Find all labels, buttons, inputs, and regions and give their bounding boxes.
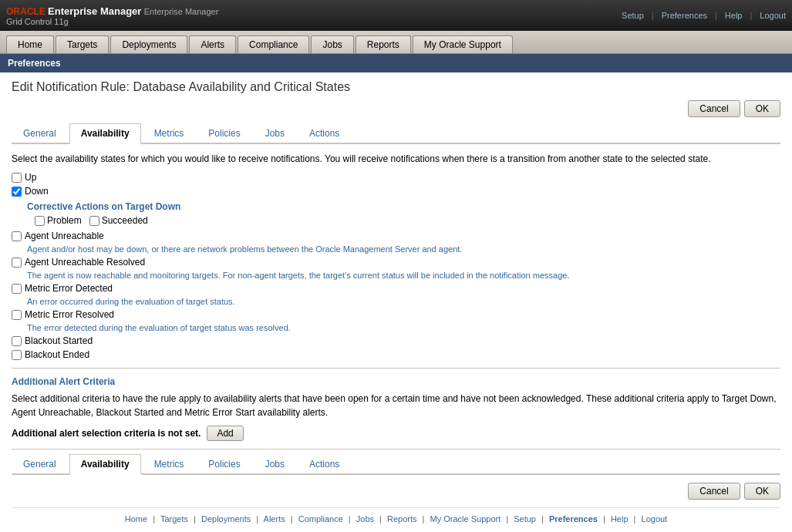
footer-setup-link[interactable]: Setup [514,514,536,524]
blackout-ended-row: Blackout Ended [12,349,780,360]
bottom-cancel-button[interactable]: Cancel [688,483,740,500]
up-row: Up [12,172,780,183]
setup-link[interactable]: Setup [622,11,644,20]
footer-help-link[interactable]: Help [611,514,629,524]
gc-version: Grid Control 11g [6,17,218,26]
tab-general-top[interactable]: General [12,123,68,143]
tab-jobs-bottom[interactable]: Jobs [254,454,296,473]
nav-tab-reports[interactable]: Reports [356,35,411,53]
up-checkbox[interactable] [12,173,22,183]
em-text: Enterprise Manager [48,5,141,17]
tab-jobs-top[interactable]: Jobs [254,123,296,143]
top-cancel-button[interactable]: Cancel [688,100,740,117]
footer-oracle-support-link[interactable]: My Oracle Support [430,514,501,524]
top-btn-row: Cancel OK [12,100,780,117]
footer-compliance-link[interactable]: Compliance [298,514,343,524]
oracle-logo: ORACLE Enterprise Manager Enterprise Man… [6,5,218,17]
agent-unreachable-resolved-row: Agent Unreachable Resolved [12,257,780,268]
blackout-ended-checkbox[interactable] [12,350,22,360]
top-tab-bar: General Availability Metrics Policies Jo… [12,123,780,144]
tab-general-bottom[interactable]: General [12,454,68,473]
preferences-label: Preferences [8,58,61,69]
succeeded-checkbox[interactable] [89,216,99,226]
main-content: Edit Notification Rule: Database Availab… [0,72,792,532]
agent-unreachable-label: Agent Unreachable [25,231,104,241]
add-criteria-button[interactable]: Add [207,426,243,441]
nav-tab-oracle-support[interactable]: My Oracle Support [413,35,513,53]
logout-link[interactable]: Logout [760,11,786,20]
tab-policies-bottom[interactable]: Policies [197,454,251,473]
nav-tab-jobs[interactable]: Jobs [311,35,353,53]
bottom-tab-bar: General Availability Metrics Policies Jo… [12,454,780,475]
down-row: Down [12,186,780,197]
additional-set-row: Additional alert selection criteria is n… [12,426,780,441]
corrective-section: Corrective Actions on Target Down Proble… [27,201,780,226]
em-text-label: Enterprise Manager [144,7,219,16]
preferences-link[interactable]: Preferences [662,11,707,20]
problem-checkbox[interactable] [35,216,45,226]
tab-metrics-bottom[interactable]: Metrics [143,454,196,473]
succeeded-label: Succeeded [89,215,148,226]
top-ok-button[interactable]: OK [744,100,780,117]
additional-criteria-desc: Select additional criteria to have the r… [12,392,780,419]
additional-criteria-title: Additional Alert Criteria [12,376,780,387]
additional-not-set-text: Additional alert selection criteria is n… [12,428,201,439]
footer-targets-link[interactable]: Targets [160,514,188,524]
bottom-ok-button[interactable]: OK [744,483,780,500]
footer-alerts-link[interactable]: Alerts [264,514,285,524]
metric-error-resolved-label: Metric Error Resolved [25,309,114,320]
blackout-started-checkbox[interactable] [12,336,22,346]
metric-error-resolved-info: The error detected during the evaluation… [27,323,780,332]
nav-tab-home[interactable]: Home [6,35,54,53]
corrective-title: Corrective Actions on Target Down [27,201,780,212]
tab-actions-bottom[interactable]: Actions [298,454,351,473]
nav-tab-alerts[interactable]: Alerts [189,35,236,53]
top-header: ORACLE Enterprise Manager Enterprise Man… [0,0,792,31]
tab-availability-bottom[interactable]: Availability [69,454,141,475]
preferences-banner: Preferences [0,54,792,72]
oracle-text: ORACLE [6,6,45,17]
metric-error-detected-row: Metric Error Detected [12,283,780,294]
nav-bar: Home Targets Deployments Alerts Complian… [0,31,792,54]
footer-logout-link[interactable]: Logout [642,514,668,524]
nav-tab-deployments[interactable]: Deployments [110,35,187,53]
footer-links: Home | Targets | Deployments | Alerts | … [12,507,780,527]
agent-unreachable-resolved-label: Agent Unreachable Resolved [25,257,145,268]
blackout-ended-label: Blackout Ended [25,349,89,360]
footer-deployments-link[interactable]: Deployments [201,514,251,524]
agent-unreachable-resolved-checkbox[interactable] [12,258,22,268]
tab-actions-top[interactable]: Actions [298,123,351,143]
metric-error-resolved-row: Metric Error Resolved [12,309,780,320]
metric-error-detected-checkbox[interactable] [12,284,22,294]
footer-copyright: Copyright © 1996, 2010, Oracle and/or it… [12,527,780,532]
help-link[interactable]: Help [725,11,743,20]
footer-reports-link[interactable]: Reports [387,514,417,524]
logo-bar: ORACLE Enterprise Manager Enterprise Man… [6,5,218,26]
page-title: Edit Notification Rule: Database Availab… [12,80,780,94]
tab-metrics-top[interactable]: Metrics [143,123,196,143]
section-divider [12,368,780,369]
metric-error-resolved-checkbox[interactable] [12,310,22,320]
down-checkbox[interactable] [12,187,22,197]
problem-label: Problem [35,215,82,226]
agent-unreachable-info: Agent and/or host may be down, or there … [27,244,780,254]
tab-policies-top[interactable]: Policies [197,123,251,143]
footer-jobs-link[interactable]: Jobs [356,514,374,524]
nav-tab-compliance[interactable]: Compliance [238,35,309,53]
blackout-started-row: Blackout Started [12,335,780,346]
availability-description: Select the availability states for which… [12,152,780,166]
footer-home-link[interactable]: Home [125,514,147,524]
mid-divider [12,449,780,450]
agent-unreachable-row: Agent Unreachable [12,231,780,241]
agent-unreachable-checkbox[interactable] [12,231,22,241]
blackout-started-label: Blackout Started [25,335,93,346]
up-label: Up [25,172,36,183]
down-label: Down [25,186,49,197]
tab-availability-top[interactable]: Availability [69,123,141,144]
logo-area: ORACLE Enterprise Manager Enterprise Man… [6,5,218,26]
bottom-btn-row: Cancel OK [12,483,780,500]
metric-error-detected-info: An error occurred during the evaluation … [27,297,780,306]
nav-tab-targets[interactable]: Targets [56,35,109,53]
corrective-checks: Problem Succeeded [35,215,780,226]
footer-preferences-link[interactable]: Preferences [549,514,598,524]
